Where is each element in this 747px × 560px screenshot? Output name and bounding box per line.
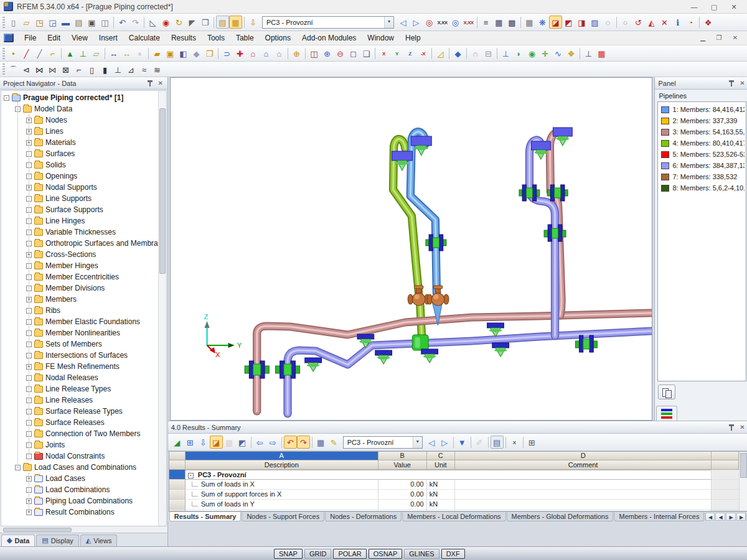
joints[interactable]: Joints — [4, 439, 158, 450]
column-letter-d[interactable]: D — [455, 452, 712, 460]
nodal-support-icon[interactable]: ▲ — [63, 47, 77, 60]
group-row-header[interactable] — [169, 470, 186, 480]
menu-item[interactable]: Table — [230, 32, 260, 44]
load-cases[interactable]: + Load Cases — [4, 473, 158, 484]
excel-export-icon[interactable]: X — [508, 436, 521, 449]
toolbar-grip[interactable] — [2, 17, 5, 28]
materials[interactable]: + Materials — [4, 137, 158, 148]
toolbar-grip[interactable] — [2, 63, 5, 75]
member-eccentricities[interactable]: Member Eccentricities — [4, 271, 158, 282]
calc-params-icon[interactable]: ▦ — [492, 16, 505, 29]
mdi-close-button[interactable]: ✕ — [728, 33, 742, 43]
save-icon[interactable]: ▬ — [59, 16, 72, 29]
new-opening-icon[interactable]: ▣ — [164, 47, 177, 60]
fe-region-icon[interactable]: ▫ — [133, 47, 146, 60]
member-nonlinearities[interactable]: Member Nonlinearities — [4, 327, 158, 338]
scrollbar-thumb[interactable] — [3, 528, 72, 532]
fe-mesh-settings-icon[interactable]: ❋ — [536, 16, 549, 29]
results-available-icon[interactable]: ◢ — [171, 436, 184, 449]
support-symbols-icon[interactable]: ⊥ — [499, 47, 512, 60]
result-diagrams-icon[interactable]: ▤ — [491, 436, 504, 449]
show-result-diagram-icon[interactable]: ◎ — [449, 16, 462, 29]
menu-item[interactable]: Add-on Modules — [296, 32, 362, 44]
valve-closed-icon[interactable]: ⋈ — [46, 63, 59, 76]
menu-item[interactable]: Calculate — [123, 32, 166, 44]
Views[interactable]: ◭ Views — [80, 534, 118, 546]
Members - Local Deformations[interactable]: Members - Local Deformations — [402, 512, 505, 521]
undo-table-icon[interactable]: ↶ — [284, 436, 297, 449]
valve-actuated-icon[interactable]: ⊠ — [59, 63, 72, 76]
guide-lines-icon[interactable]: ∩ — [469, 47, 482, 60]
insert-node-icon[interactable]: • — [7, 47, 20, 60]
members[interactable]: + Members — [4, 294, 158, 305]
expansion-joint-2-icon[interactable]: ≋ — [151, 63, 164, 76]
panel-toggle-icon[interactable]: ❖ — [702, 16, 715, 29]
menu-item[interactable]: Options — [260, 32, 296, 44]
openings[interactable]: Openings — [4, 170, 158, 182]
column-letter-b[interactable]: B — [378, 452, 427, 460]
generate-node-icon[interactable]: ✚ — [233, 47, 247, 60]
menu-item[interactable]: Edit — [42, 32, 66, 44]
member-divisions[interactable]: Member Divisions — [4, 282, 158, 294]
view-in-z-icon[interactable]: Z — [403, 47, 416, 60]
first-table-button[interactable]: ◀ — [705, 513, 715, 521]
GLINES[interactable]: GLINES — [404, 549, 439, 559]
regenerate-icon[interactable]: ◔ — [684, 16, 697, 29]
prev-table-button[interactable]: ◀ — [715, 513, 725, 521]
generate-load-icon[interactable]: ⌂ — [273, 47, 286, 60]
table-colors-icon[interactable]: ▦ — [595, 47, 608, 60]
group-row[interactable]: - PC3 - Provozní — [186, 470, 712, 480]
connect-members-icon[interactable]: ⊃ — [220, 47, 233, 60]
menu-item[interactable]: Window — [362, 32, 400, 44]
toolbar-grip[interactable] — [2, 48, 5, 59]
next-table-button[interactable]: ▶ — [726, 513, 736, 521]
table-disabled-icon[interactable]: ▦ — [223, 436, 236, 449]
table-row[interactable]: Sum of loads in Y 0.00 kN — [169, 500, 747, 510]
Display[interactable]: ▤ Display — [36, 534, 78, 546]
table-vertical-scrollbar[interactable] — [739, 452, 747, 480]
view-solid-icon[interactable]: ◻ — [347, 47, 360, 60]
last-table-button[interactable]: ▶ — [736, 513, 746, 521]
folder-load-cases[interactable]: - Load Cases and Combinations — [4, 462, 158, 473]
copy-pipeline-list-button[interactable] — [658, 385, 675, 399]
nodal-constraints[interactable]: Nodal Constraints — [4, 450, 158, 462]
orthotropic-surfaces[interactable]: Orthotropic Surfaces and Membra — [4, 238, 158, 249]
Results - Summary[interactable]: Results - Summary — [169, 512, 242, 521]
menu-item[interactable]: Insert — [93, 32, 123, 44]
new-window-icon[interactable]: ❐ — [199, 16, 212, 29]
prev-loadcase-icon[interactable]: ◁ — [397, 16, 410, 29]
row-header[interactable] — [169, 490, 186, 500]
scrollbar-thumb[interactable] — [159, 108, 166, 274]
load-combinations[interactable]: Load Combinations — [4, 484, 158, 495]
minimize-button[interactable]: — — [685, 1, 703, 12]
close-icon[interactable]: ✕ — [738, 80, 746, 86]
menu-item[interactable]: Results — [166, 32, 202, 44]
view-in-minus-x-icon[interactable]: -X — [416, 47, 430, 60]
result-combinations[interactable]: + Result Combinations — [4, 506, 158, 518]
member-elastic-foundations[interactable]: Member Elastic Foundations — [4, 316, 158, 327]
color-scales-tab[interactable] — [656, 406, 677, 421]
pipeline-list-item[interactable]: 8: Members: 5,6,2-4,10, — [659, 182, 745, 194]
info-icon[interactable]: ℹ — [671, 16, 684, 29]
fe-mesh-refinements[interactable]: + FE Mesh Refinements — [4, 361, 158, 372]
lines[interactable]: + Lines — [4, 126, 158, 137]
navigator-vertical-scrollbar[interactable] — [158, 91, 166, 526]
select-lasso-icon[interactable]: ○ — [619, 16, 632, 29]
pipe-periwinkle[interactable] — [288, 140, 652, 414]
folder-model-data[interactable]: - Model Data — [4, 103, 158, 114]
results-loadcase-combobox[interactable]: PC3 - Provozní ▾ — [343, 436, 423, 449]
variable-thicknesses[interactable]: Variable Thicknesses — [4, 226, 158, 238]
prev-table-icon[interactable]: ◁ — [425, 436, 438, 449]
insert-line-type-icon[interactable]: ╱ — [33, 47, 46, 60]
pipe-open-end-icon[interactable]: ⊲ — [20, 63, 33, 76]
new-block-icon[interactable]: ❐ — [203, 47, 216, 60]
result-info-icon[interactable]: ✐ — [473, 436, 486, 449]
member-hinges[interactable]: Member Hinges — [4, 260, 158, 271]
column-name-description[interactable]: Description — [186, 460, 378, 470]
rotate-around-node-icon[interactable]: ↻ — [172, 16, 186, 29]
visual-objects-icon[interactable]: ◆ — [451, 47, 464, 60]
clipping-plane-icon[interactable]: ◩ — [562, 16, 575, 29]
print-icon[interactable]: ▣ — [85, 16, 98, 29]
dimension-values-icon[interactable]: ↔ — [120, 47, 133, 60]
surfaces[interactable]: Surfaces — [4, 148, 158, 159]
